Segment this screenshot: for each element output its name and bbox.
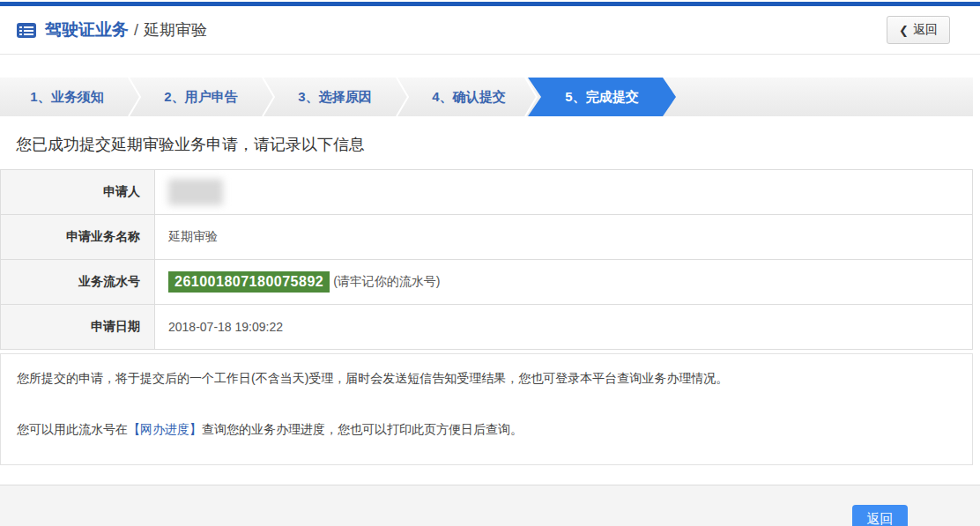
row-value (155, 170, 972, 214)
row-label: 申请日期 (1, 305, 155, 349)
row-value: 2018-07-18 19:09:22 (155, 305, 972, 349)
chevron-left-icon: ❮ (899, 24, 909, 37)
step-tab-4[interactable]: 4、确认提交 (402, 78, 536, 116)
breadcrumb-service-category: 驾驶证业务 (45, 19, 129, 41)
row-label: 申请人 (1, 170, 155, 214)
step-tab-1[interactable]: 1、业务须知 (0, 78, 134, 116)
step-tab-2[interactable]: 2、用户申告 (134, 78, 268, 116)
success-message: 您已成功提交延期审验业务申请，请记录以下信息 (16, 134, 980, 155)
breadcrumb-current-service: 延期审验 (144, 19, 207, 41)
table-row-apply-date: 申请日期 2018-07-18 19:09:22 (1, 305, 972, 350)
application-info-table: 申请人 申请业务名称 延期审验 业务流水号 261001807180075892… (0, 169, 973, 350)
applicant-name-redacted (168, 179, 223, 205)
breadcrumb-separator: / (134, 21, 138, 40)
row-value: 261001807180075892 (请牢记你的流水号) (155, 260, 972, 304)
note-paragraph-2-prefix: 您可以用此流水号在 (17, 422, 128, 436)
row-label: 业务流水号 (1, 260, 155, 304)
table-row-applicant: 申请人 (1, 170, 972, 215)
page-header: 驾驶证业务 / 延期审验 ❮ 返回 (0, 6, 980, 55)
step-tab-5-active[interactable]: 5、完成提交 (528, 78, 676, 116)
table-row-serial-number: 业务流水号 261001807180075892 (请牢记你的流水号) (1, 260, 972, 305)
step-progress-bar: 1、业务须知 2、用户申告 3、选择原因 4、确认提交 5、完成提交 (0, 78, 973, 116)
note-paragraph-2-suffix: 查询您的业务办理进度，您也可以打印此页方便日后查询。 (202, 422, 523, 436)
note-paragraph-1: 您所提交的申请，将于提交后的一个工作日(不含当天)受理，届时会发送短信告知受理结… (17, 369, 956, 387)
note-paragraph-2: 您可以用此流水号在【网办进度】查询您的业务办理进度，您也可以打印此页方便日后查询… (17, 420, 956, 438)
online-progress-link[interactable]: 【网办进度】 (128, 422, 202, 436)
step-tab-3[interactable]: 3、选择原因 (268, 78, 402, 116)
notes-box: 您所提交的申请，将于提交后的一个工作日(不含当天)受理，届时会发送短信告知受理结… (0, 353, 973, 465)
back-button-top-label: 返回 (913, 22, 938, 38)
serial-number-badge: 261001807180075892 (168, 271, 330, 293)
back-button-bottom[interactable]: 返回 (852, 505, 908, 526)
serial-number-note: (请牢记你的流水号) (333, 274, 440, 290)
row-value: 延期审验 (155, 215, 972, 259)
footer-bar: 返回 (0, 485, 980, 526)
back-button-top[interactable]: ❮ 返回 (887, 16, 950, 44)
service-list-icon (16, 22, 37, 39)
row-label: 申请业务名称 (1, 215, 155, 259)
table-row-service-name: 申请业务名称 延期审验 (1, 215, 972, 260)
